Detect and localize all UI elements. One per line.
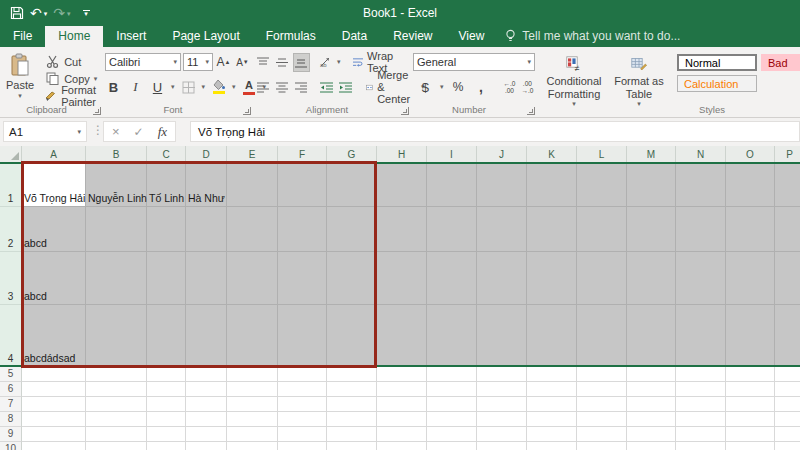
- cell-N9[interactable]: [676, 427, 726, 442]
- cell-O10[interactable]: [726, 442, 775, 450]
- cell-style-bad[interactable]: Bad: [761, 54, 800, 71]
- select-all-corner[interactable]: [0, 146, 22, 162]
- cell-G9[interactable]: [327, 427, 377, 442]
- cell-I6[interactable]: [427, 382, 477, 397]
- tab-file[interactable]: File: [0, 26, 45, 47]
- clipboard-dialog-launcher-icon[interactable]: [93, 107, 101, 115]
- row-header-2[interactable]: 2: [0, 207, 22, 252]
- comma-style-button[interactable]: ,: [473, 78, 490, 97]
- cell-L9[interactable]: [577, 427, 627, 442]
- cell-J4[interactable]: [477, 305, 527, 367]
- cell-A8[interactable]: [22, 412, 86, 427]
- cell-H8[interactable]: [377, 412, 427, 427]
- top-align-button[interactable]: [255, 53, 272, 72]
- cell-O9[interactable]: [726, 427, 775, 442]
- cell-E6[interactable]: [227, 382, 278, 397]
- cell-M1[interactable]: [627, 164, 676, 207]
- cell-L3[interactable]: [577, 252, 627, 305]
- column-header-B[interactable]: B: [86, 146, 147, 162]
- cell-O5[interactable]: [726, 367, 775, 382]
- cell-G8[interactable]: [327, 412, 377, 427]
- cell-N2[interactable]: [676, 207, 726, 252]
- center-button[interactable]: [274, 78, 291, 97]
- cell-A5[interactable]: [22, 367, 86, 382]
- bold-button[interactable]: B: [105, 78, 122, 97]
- cell-B10[interactable]: [86, 442, 147, 450]
- format-painter-button[interactable]: Format Painter: [42, 87, 101, 104]
- cell-I10[interactable]: [427, 442, 477, 450]
- font-size-combo[interactable]: 11▾: [183, 53, 213, 71]
- cell-O6[interactable]: [726, 382, 775, 397]
- cell-L7[interactable]: [577, 397, 627, 412]
- cell-P5[interactable]: [775, 367, 800, 382]
- cell-J10[interactable]: [477, 442, 527, 450]
- row-header-10[interactable]: 10: [0, 442, 22, 450]
- tab-view[interactable]: View: [446, 26, 498, 47]
- cell-J1[interactable]: [477, 164, 527, 207]
- cell-K7[interactable]: [527, 397, 577, 412]
- cell-B7[interactable]: [86, 397, 147, 412]
- cell-O1[interactable]: [726, 164, 775, 207]
- cell-F5[interactable]: [278, 367, 327, 382]
- cell-M5[interactable]: [627, 367, 676, 382]
- cell-M6[interactable]: [627, 382, 676, 397]
- cell-O3[interactable]: [726, 252, 775, 305]
- cell-G7[interactable]: [327, 397, 377, 412]
- redo-icon[interactable]: ↷▾: [53, 6, 70, 20]
- cell-C8[interactable]: [147, 412, 186, 427]
- cell-C7[interactable]: [147, 397, 186, 412]
- cell-N5[interactable]: [676, 367, 726, 382]
- cell-I7[interactable]: [427, 397, 477, 412]
- underline-caret-icon[interactable]: ▾: [171, 83, 175, 91]
- orientation-caret-icon[interactable]: ▾: [337, 58, 341, 66]
- cell-L4[interactable]: [577, 305, 627, 367]
- borders-caret-icon[interactable]: ▾: [202, 83, 206, 91]
- row-header-5[interactable]: 5: [0, 367, 22, 382]
- orientation-button[interactable]: ab: [318, 53, 335, 72]
- cell-D8[interactable]: [186, 412, 227, 427]
- cell-F10[interactable]: [278, 442, 327, 450]
- cell-I1[interactable]: [427, 164, 477, 207]
- cell-H7[interactable]: [377, 397, 427, 412]
- cell-C9[interactable]: [147, 427, 186, 442]
- cell-D7[interactable]: [186, 397, 227, 412]
- cell-P8[interactable]: [775, 412, 800, 427]
- cell-H10[interactable]: [377, 442, 427, 450]
- bottom-align-button[interactable]: [293, 53, 310, 72]
- cell-H5[interactable]: [377, 367, 427, 382]
- font-name-combo[interactable]: Calibri▾: [105, 53, 181, 71]
- cell-style-calculation[interactable]: Calculation: [677, 75, 757, 92]
- cell-I2[interactable]: [427, 207, 477, 252]
- cell-P1[interactable]: [775, 164, 800, 207]
- cell-F6[interactable]: [278, 382, 327, 397]
- insert-function-icon[interactable]: fx: [158, 124, 167, 140]
- cell-P2[interactable]: [775, 207, 800, 252]
- cell-H4[interactable]: [377, 305, 427, 367]
- cell-H9[interactable]: [377, 427, 427, 442]
- cell-M2[interactable]: [627, 207, 676, 252]
- cell-N3[interactable]: [676, 252, 726, 305]
- borders-button[interactable]: [180, 78, 197, 97]
- cell-F7[interactable]: [278, 397, 327, 412]
- row-header-8[interactable]: 8: [0, 412, 22, 427]
- cell-G5[interactable]: [327, 367, 377, 382]
- cell-N10[interactable]: [676, 442, 726, 450]
- cell-G10[interactable]: [327, 442, 377, 450]
- cell-E5[interactable]: [227, 367, 278, 382]
- fill-color-button[interactable]: [210, 78, 227, 97]
- cell-P6[interactable]: [775, 382, 800, 397]
- cell-O2[interactable]: [726, 207, 775, 252]
- customize-qat-icon[interactable]: ▾: [83, 10, 90, 17]
- cell-A9[interactable]: [22, 427, 86, 442]
- column-header-G[interactable]: G: [327, 146, 377, 162]
- tab-review[interactable]: Review: [380, 26, 445, 47]
- column-header-C[interactable]: C: [147, 146, 186, 162]
- cell-C10[interactable]: [147, 442, 186, 450]
- cell-E9[interactable]: [227, 427, 278, 442]
- cell-B5[interactable]: [86, 367, 147, 382]
- cell-N8[interactable]: [676, 412, 726, 427]
- cell-B6[interactable]: [86, 382, 147, 397]
- name-box[interactable]: A1 ▾: [3, 121, 87, 142]
- row-header-1[interactable]: 1: [0, 164, 22, 207]
- decrease-indent-button[interactable]: [318, 78, 335, 97]
